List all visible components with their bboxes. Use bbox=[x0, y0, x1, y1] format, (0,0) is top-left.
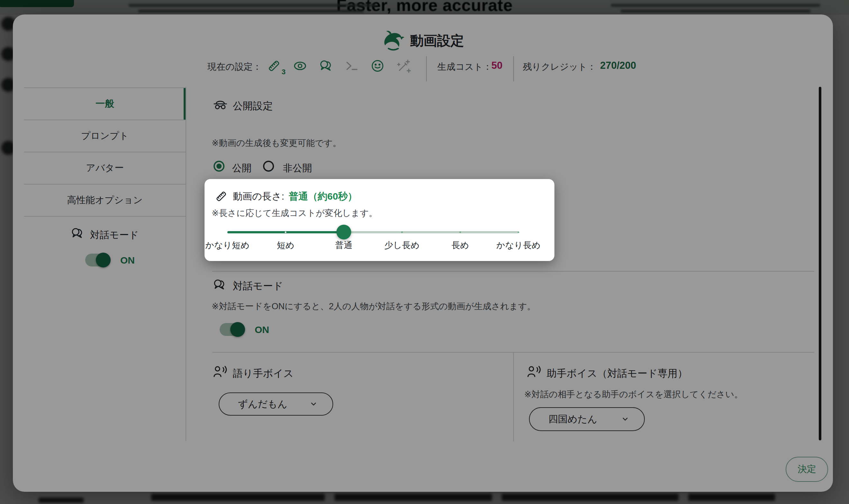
video-length-card: 動画の長さ: 普通（約60秒） ※長さに応じて生成コストが変化します。 かなり短… bbox=[205, 179, 554, 261]
slider-tick bbox=[285, 231, 286, 233]
slider-labels: かなり短め 短め 普通 少し長め 長め かなり長め bbox=[227, 239, 518, 251]
slider-tick bbox=[518, 231, 519, 233]
slider-label: 普通 bbox=[335, 239, 352, 251]
slider-label: かなり長め bbox=[496, 239, 541, 251]
slider-label: 長め bbox=[452, 239, 469, 251]
slider-label: かなり短め bbox=[205, 239, 250, 251]
slider-thumb[interactable] bbox=[336, 225, 351, 239]
ruler-icon bbox=[214, 189, 228, 203]
slider-tick bbox=[460, 231, 461, 233]
screen: Faster, more accurate 動画設定 bbox=[0, 0, 849, 504]
slider-label: 短め bbox=[277, 239, 295, 251]
slider-label: 少し長め bbox=[384, 239, 419, 251]
slider-tick bbox=[401, 231, 403, 233]
